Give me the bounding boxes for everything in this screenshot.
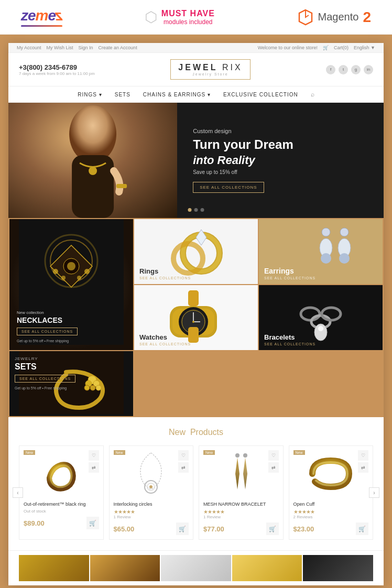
welcome-text: Welcome to our online store! (258, 45, 318, 50)
product-actions-4: ♡ ⇄ (358, 450, 368, 473)
sets-cta[interactable]: SEE ALL COLLECTIONS (15, 375, 75, 383)
phone-number: +3(800) 2345-6789 (19, 63, 95, 71)
product-reviews-3: 1 Review (203, 515, 279, 519)
wishlist-link[interactable]: My Wish List (47, 45, 73, 50)
wishlist-btn-3[interactable]: ♡ (268, 450, 279, 461)
cart-link[interactable]: Cart(0) (334, 45, 349, 50)
twitter-icon[interactable]: t (339, 65, 348, 74)
hero-title: Turn your Dream into Reality (193, 137, 368, 168)
hero-dot-2[interactable] (194, 208, 198, 212)
add-to-cart-3[interactable]: 🛒 (266, 522, 279, 535)
watches-cta[interactable]: SEE ALL COLLECTIONS (139, 342, 191, 346)
my-account-link[interactable]: My Account (17, 45, 41, 50)
site-logo[interactable]: JEWEL RIX Jewelry Store (170, 59, 250, 80)
hero-title-text: Turn your Dream (193, 137, 293, 151)
rings-title: Rings (139, 267, 191, 275)
hero-cta-button[interactable]: SEE ALL COLLECTIONS (193, 182, 264, 193)
svg-point-2 (89, 167, 97, 175)
magento-text: Magento (318, 11, 359, 23)
rings-text-block: Rings SEE ALL COLLECTIONS (139, 265, 191, 280)
products-grid: ‹ New ♡ ⇄ (19, 445, 373, 540)
svg-point-0 (69, 105, 116, 163)
top-bar-right: Welcome to our online store! 🛒 Cart(0) E… (258, 45, 375, 50)
category-bracelets[interactable]: Bracelets SEE ALL COLLECTIONS (259, 285, 383, 350)
product-stock-1: Out of stock (24, 509, 99, 514)
product-image-2 (114, 450, 189, 497)
site-nav: RINGS ▾ SETS CHAINS & EARRINGS ▾ EXCLUSI… (8, 86, 384, 103)
wishlist-btn-1[interactable]: ♡ (89, 450, 99, 461)
bottom-thumb-3 (161, 555, 231, 581)
product-reviews-4: 2 Reviews (293, 515, 369, 519)
svg-point-51 (149, 485, 153, 488)
svg-point-8 (67, 262, 75, 270)
svg-point-24 (339, 253, 350, 264)
earrings-cta[interactable]: SEE ALL COLLECTIONS (264, 276, 315, 280)
wishlist-btn-4[interactable]: ♡ (358, 450, 368, 461)
linkedin-icon[interactable]: in (364, 65, 373, 74)
products-prev-arrow[interactable]: ‹ (13, 487, 23, 498)
sets-text-block: JEWELRY SETS SEE ALL COLLECTIONS Get up … (15, 356, 75, 390)
earrings-title: Earrings (264, 267, 315, 275)
category-grid: New collection NECKLACES SEE ALL COLLECT… (9, 219, 383, 416)
hero-dot-1[interactable] (188, 208, 192, 212)
signin-link[interactable]: Sign In (79, 45, 93, 50)
nav-chains[interactable]: CHAINS & EARRINGS ▾ (143, 92, 211, 97)
hero-content: Custom design Turn your Dream into Reali… (177, 117, 384, 204)
compare-btn-1[interactable]: ⇄ (89, 462, 99, 473)
category-watches[interactable]: Watches SEE ALL COLLECTIONS (134, 285, 258, 350)
sets-title: SETS (15, 362, 75, 372)
create-account-link[interactable]: Create an Account (99, 45, 137, 50)
product-actions-2: ♡ ⇄ (178, 450, 189, 473)
hero-dot-3[interactable] (201, 208, 204, 212)
category-rings[interactable]: Rings SEE ALL COLLECTIONS (134, 219, 258, 284)
product-footer-1: $89.00 🛒 (24, 517, 99, 529)
product-footer-4: $23.00 🛒 (293, 522, 369, 535)
compare-btn-3[interactable]: ⇄ (268, 462, 279, 473)
top-bar-left: My Account My Wish List Sign In Create a… (17, 45, 137, 50)
necklace-cta[interactable]: SEE ALL COLLECTIONS (17, 328, 78, 335)
necklace-card-content: New collection NECKLACES SEE ALL COLLECT… (9, 303, 133, 350)
product-badge-3: New (203, 450, 215, 455)
compare-btn-4[interactable]: ⇄ (358, 462, 368, 473)
category-necklaces[interactable]: New collection NECKLACES SEE ALL COLLECT… (9, 219, 133, 350)
svg-point-41 (318, 326, 323, 331)
add-to-cart-2[interactable]: 🛒 (176, 522, 189, 535)
nav-exclusive[interactable]: EXCLUSIVE COLLECTION (223, 92, 298, 97)
product-stars-2: ★★★★★ (114, 509, 189, 515)
product-reviews-2: 1 Review (114, 515, 189, 519)
category-earrings[interactable]: Earrings SEE ALL COLLECTIONS (259, 219, 383, 284)
bracelets-text-block: Bracelets SEE ALL COLLECTIONS (264, 331, 315, 346)
language-selector[interactable]: English ▼ (354, 45, 375, 50)
phone-block: +3(800) 2345-6789 7 days a week from 9:0… (19, 63, 95, 76)
compare-btn-2[interactable]: ⇄ (178, 462, 189, 473)
search-icon[interactable]: ⌕ (311, 91, 314, 98)
googleplus-icon[interactable]: g (351, 65, 361, 74)
svg-point-33 (192, 321, 194, 323)
wishlist-btn-2[interactable]: ♡ (178, 450, 189, 461)
bracelets-cta[interactable]: SEE ALL COLLECTIONS (264, 342, 315, 346)
products-section: New Products ‹ New ♡ ⇄ (8, 417, 384, 550)
products-next-arrow[interactable]: › (369, 487, 379, 498)
product-card-ring: New ♡ ⇄ (19, 445, 104, 540)
facebook-icon[interactable]: f (326, 65, 335, 74)
products-title: New Products (19, 428, 373, 437)
svg-point-46 (90, 385, 95, 390)
cart-icon: 🛒 (323, 45, 329, 50)
nav-sets[interactable]: SETS (115, 92, 130, 97)
add-to-cart-1[interactable]: 🛒 (86, 517, 99, 529)
product-badge-2: New (114, 450, 125, 455)
site-frame: My Account My Wish List Sign In Create a… (8, 43, 384, 585)
svg-point-19 (322, 228, 330, 236)
category-sets[interactable]: JEWELRY SETS SEE ALL COLLECTIONS Get up … (9, 351, 133, 416)
zemes-underline (21, 25, 62, 27)
bottom-thumb-4 (232, 555, 302, 581)
add-to-cart-4[interactable]: 🛒 (356, 522, 368, 535)
nav-rings[interactable]: RINGS ▾ (78, 92, 102, 97)
must-have-text-block: MUST HAVE modules included (161, 9, 215, 26)
necklace-label: New collection (17, 310, 126, 315)
rings-cta[interactable]: SEE ALL COLLECTIONS (139, 276, 191, 280)
zemes-logo: zemez (21, 7, 62, 24)
product-name-4: Open Cuff (293, 502, 369, 507)
product-badge-1: New (24, 450, 35, 455)
social-icons-block: f t g in (326, 65, 373, 74)
